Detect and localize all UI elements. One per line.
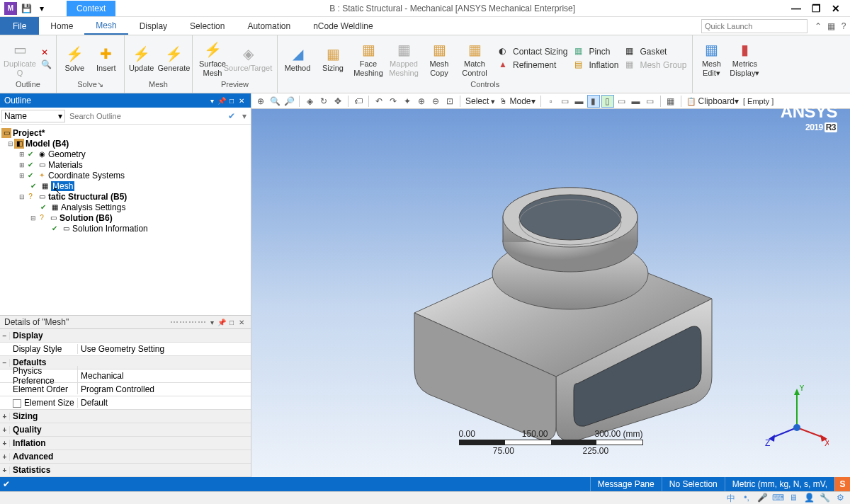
outline-pin-icon[interactable]: 📌 (217, 97, 227, 105)
outline-filter-dropdown[interactable]: Name▾ (1, 110, 65, 122)
outline-dropdown-icon[interactable]: ▾ (207, 97, 217, 105)
pinch-button[interactable]: ▦Pinch (572, 45, 621, 58)
details-pin-icon[interactable]: 📌 (217, 319, 227, 326)
redo-icon[interactable]: ↷ (387, 95, 400, 108)
outline-search-input[interactable] (67, 112, 225, 120)
select-dropdown[interactable]: Select ▾ (464, 96, 497, 106)
delete-icon[interactable]: ✕ (38, 47, 55, 58)
details-window-icon[interactable]: □ (227, 319, 237, 326)
qat-dropdown-icon[interactable]: ▾ (35, 2, 48, 15)
outline-tree[interactable]: ▭Project* ⊟◧Model (B4) ⊞✔◉Geometry ⊞✔▭Ma… (0, 125, 251, 315)
tree-geometry[interactable]: ⊞✔◉Geometry (1, 149, 249, 159)
cat-display[interactable]: −Display (0, 329, 251, 343)
details-close-icon[interactable]: ✕ (237, 319, 246, 326)
center-icon[interactable]: ✦ (401, 95, 414, 108)
context-tab[interactable]: Context (67, 1, 115, 16)
mesh-group-button[interactable]: ▦Mesh Group (623, 59, 689, 71)
mesh-edit-button[interactable]: ▦Mesh Edit▾ (696, 38, 727, 78)
quick-launch-input[interactable] (701, 19, 808, 33)
zoom-out-icon[interactable]: ⊖ (429, 95, 442, 108)
tree-coord-systems[interactable]: ⊞✔✦Coordinate Systems (1, 170, 249, 181)
cat-sizing[interactable]: +Sizing (0, 410, 251, 423)
help-icon[interactable]: ? (837, 17, 850, 35)
row-physics-pref[interactable]: Physics PreferenceMechanical (0, 370, 251, 383)
metrics-display-button[interactable]: ▮Metrics Display▾ (728, 38, 761, 78)
filter-settings-icon[interactable]: ▾ (238, 111, 251, 121)
model-3d[interactable] (372, 150, 740, 447)
solve-button[interactable]: ⚡Solve (60, 42, 90, 74)
details-grip-icon[interactable]: ⋯⋯⋯⋯ (170, 317, 207, 327)
tray-keyboard-icon[interactable]: ⌨ (772, 493, 783, 504)
tree-static-structural[interactable]: ⊟?▭tatic Structural (B5) (1, 191, 249, 202)
inflation-button[interactable]: ▤Inflation (572, 59, 621, 71)
tray-settings-icon[interactable]: ⚙ (834, 493, 846, 504)
zoom-box-icon[interactable]: 🔎 (283, 95, 295, 108)
tab-mesh[interactable]: Mesh (84, 17, 128, 35)
tab-home[interactable]: Home (39, 17, 84, 35)
contact-sizing-button[interactable]: ◐Contact Sizing (496, 45, 570, 58)
tree-solution-info[interactable]: ✔▭Solution Information (1, 223, 249, 234)
app-icon[interactable]: M (4, 2, 17, 15)
sel-vertex-icon[interactable]: ▫ (545, 95, 557, 108)
save-icon[interactable]: 💾 (20, 2, 33, 15)
tab-ncode[interactable]: nCode Weldline (302, 17, 385, 35)
tray-mic-icon[interactable]: 🎤 (756, 493, 768, 504)
viewport[interactable]: ⊕ 🔍 🔎 ◈ ↻ ✥ 🏷 ↶ ↷ ✦ ⊕ ⊖ ⊡ Select ▾ 🖱 Mod… (251, 93, 850, 477)
tab-automation[interactable]: Automation (236, 17, 302, 35)
mode-dropdown[interactable]: 🖱 Mode▾ (498, 96, 536, 106)
generate-button[interactable]: ⚡Generate (157, 42, 191, 74)
element-size-checkbox[interactable] (13, 399, 21, 408)
triad[interactable]: Y X Z (765, 385, 829, 449)
close-button[interactable]: ✕ (829, 3, 843, 14)
tree-project[interactable]: ▭Project* (1, 127, 249, 138)
face-meshing-button[interactable]: ▦Face Meshing (351, 38, 385, 78)
tree-analysis-settings[interactable]: ✔▦Analysis Settings (1, 202, 249, 212)
sel-coord-icon[interactable]: ▭ (644, 95, 657, 108)
outline-close-icon[interactable]: ✕ (237, 97, 246, 105)
units-status[interactable]: Metric (mm, kg, N, s, mV, (725, 477, 834, 491)
find-icon[interactable]: 🔍 (38, 59, 55, 70)
extend-icon[interactable]: ▦ (664, 95, 677, 108)
tree-mesh[interactable]: ✔▦Mesh↖ (1, 181, 249, 191)
clipboard-dropdown[interactable]: 📋 Clipboard▾ (685, 96, 740, 106)
row-element-order[interactable]: Element OrderProgram Controlled (0, 383, 251, 396)
maximize-button[interactable]: ❐ (809, 3, 823, 14)
sel-face-icon[interactable]: ▬ (573, 95, 586, 108)
options-icon[interactable]: ▦ (824, 17, 837, 35)
tray-display-icon[interactable]: 🖥 (788, 493, 799, 504)
tray-punct-icon[interactable]: •, (741, 493, 752, 504)
cat-quality[interactable]: +Quality (0, 423, 251, 437)
sel-edge-icon[interactable]: ▭ (559, 95, 572, 108)
tab-selection[interactable]: Selection (178, 17, 236, 35)
update-button[interactable]: ⚡Update (128, 42, 155, 74)
refinement-button[interactable]: ▲Refinement (496, 59, 570, 71)
file-tab[interactable]: File (0, 17, 39, 35)
minimize-button[interactable]: — (789, 3, 803, 14)
sel-path-icon[interactable]: ▬ (630, 95, 642, 108)
outline-window-icon[interactable]: □ (227, 97, 237, 105)
details-dropdown-icon[interactable]: ▾ (207, 319, 217, 326)
rotate-icon[interactable]: ↻ (317, 95, 330, 108)
undo-icon[interactable]: ↶ (373, 95, 385, 108)
sizing-button[interactable]: ▦Sizing (316, 42, 350, 74)
row-display-style[interactable]: Display StyleUse Geometry Setting (0, 343, 251, 356)
method-button[interactable]: ◢Method (280, 42, 314, 74)
tree-model[interactable]: ⊟◧Model (B4) (1, 138, 249, 149)
zoom-in-icon[interactable]: ⊕ (415, 95, 428, 108)
tree-solution[interactable]: ⊟?▭Solution (B6) (1, 212, 249, 223)
tray-person-icon[interactable]: 👤 (803, 493, 815, 504)
input-indicator-icon[interactable]: S (834, 477, 850, 491)
row-element-size[interactable]: Element SizeDefault (0, 396, 251, 410)
cat-statistics[interactable]: +Statistics (0, 464, 251, 477)
sel-elem-icon[interactable]: ▭ (616, 95, 628, 108)
tray-tool-icon[interactable]: 🔧 (819, 493, 830, 504)
tray-lang-icon[interactable]: 中 (725, 493, 737, 504)
cat-inflation[interactable]: +Inflation (0, 437, 251, 450)
message-pane-button[interactable]: Message Pane (590, 477, 662, 491)
tab-display[interactable]: Display (128, 17, 178, 35)
mesh-copy-button[interactable]: ▦Mesh Copy (422, 38, 456, 78)
iso-icon[interactable]: ◈ (303, 95, 316, 108)
tree-materials[interactable]: ⊞✔▭Materials (1, 159, 249, 170)
mapped-meshing-button[interactable]: ▦Mapped Meshing (387, 38, 421, 78)
ribbon-collapse-icon[interactable]: ⌃ (812, 17, 824, 35)
